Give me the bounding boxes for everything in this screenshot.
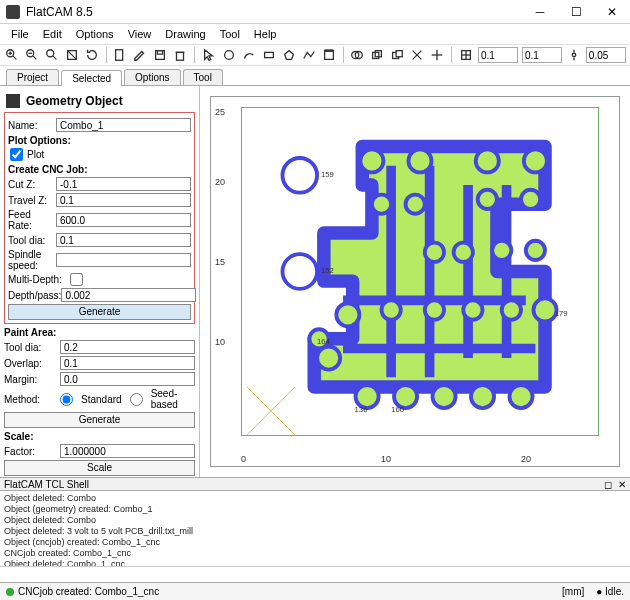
scale-button[interactable]: Scale: [4, 460, 195, 476]
menu-view[interactable]: View: [121, 26, 159, 42]
zoom-fit-icon[interactable]: [44, 47, 60, 63]
cutz-input[interactable]: [56, 177, 191, 191]
replot-icon[interactable]: [84, 47, 100, 63]
factor-input[interactable]: [60, 444, 195, 458]
svg-line-8: [53, 56, 57, 60]
tab-project[interactable]: Project: [6, 69, 59, 85]
grid-x-input[interactable]: [478, 47, 518, 63]
clear-plot-icon[interactable]: [64, 47, 80, 63]
tab-selected[interactable]: Selected: [61, 70, 122, 86]
zoom-out-icon[interactable]: [24, 47, 40, 63]
svg-rect-28: [396, 51, 402, 57]
generate-cnc-button[interactable]: Generate: [8, 304, 191, 320]
svg-rect-14: [158, 51, 163, 55]
svg-text:159: 159: [321, 170, 334, 179]
path-icon[interactable]: [301, 47, 317, 63]
delete-icon[interactable]: [172, 47, 188, 63]
tab-options[interactable]: Options: [124, 69, 180, 85]
menu-file[interactable]: File: [4, 26, 36, 42]
app-icon: [6, 5, 20, 19]
save-geometry-icon[interactable]: [152, 47, 168, 63]
text-icon[interactable]: [321, 47, 337, 63]
svg-text:164: 164: [317, 337, 331, 346]
overlap-input[interactable]: [60, 356, 195, 370]
subtract-icon[interactable]: [389, 47, 405, 63]
svg-point-42: [408, 149, 431, 172]
method-standard-radio[interactable]: [60, 393, 73, 406]
window-title: FlatCAM 8.5: [26, 5, 522, 19]
shell-input[interactable]: [0, 567, 630, 582]
svg-rect-11: [116, 50, 123, 61]
svg-point-56: [463, 300, 482, 319]
svg-marker-20: [284, 51, 293, 60]
svg-point-55: [425, 300, 444, 319]
shell-undock-icon[interactable]: ◻: [604, 479, 612, 490]
feedrate-input[interactable]: [56, 213, 191, 227]
plot-canvas[interactable]: 25 20 15 10 0 10 20: [200, 86, 630, 477]
tooldia-input[interactable]: [56, 233, 191, 247]
travelz-input[interactable]: [56, 193, 191, 207]
shell-line: Object deleted: Combo_1_cnc: [4, 559, 626, 566]
close-button[interactable]: ✕: [594, 0, 630, 24]
zoom-in-icon[interactable]: [4, 47, 20, 63]
svg-point-48: [521, 190, 540, 209]
new-geometry-icon[interactable]: [113, 47, 129, 63]
shell-title: FlatCAM TCL Shell: [4, 479, 89, 490]
circle-icon[interactable]: [221, 47, 237, 63]
move-icon[interactable]: [429, 47, 445, 63]
union-icon[interactable]: [350, 47, 366, 63]
snap-dist-input[interactable]: [586, 47, 626, 63]
cut-path-icon[interactable]: [409, 47, 425, 63]
minimize-button[interactable]: ─: [522, 0, 558, 24]
maximize-button[interactable]: ☐: [558, 0, 594, 24]
menubar: File Edit Options View Drawing Tool Help: [0, 24, 630, 44]
svg-point-36: [572, 53, 576, 57]
svg-rect-19: [264, 52, 273, 57]
svg-point-39: [282, 158, 317, 193]
snap-icon[interactable]: [566, 47, 582, 63]
generate-paint-button[interactable]: Generate: [4, 412, 195, 428]
panel-title: Geometry Object: [26, 94, 123, 108]
svg-point-57: [502, 300, 521, 319]
rectangle-icon[interactable]: [261, 47, 277, 63]
method-seed-radio[interactable]: [130, 393, 143, 406]
svg-point-64: [509, 385, 532, 408]
multidepth-checkbox[interactable]: [70, 273, 83, 286]
edit-geometry-icon[interactable]: [132, 47, 148, 63]
geometry-icon: [6, 94, 20, 108]
scale-label: Scale:: [4, 431, 195, 442]
arc-icon[interactable]: [241, 47, 257, 63]
menu-options[interactable]: Options: [69, 26, 121, 42]
tab-tool[interactable]: Tool: [183, 69, 223, 85]
shell-line: CNCjob created: Combo_1_cnc: [4, 548, 626, 559]
grid-icon[interactable]: [458, 47, 474, 63]
polygon-icon[interactable]: [281, 47, 297, 63]
spindle-input[interactable]: [56, 253, 191, 267]
status-idle: Idle.: [605, 586, 624, 597]
svg-text:136: 136: [355, 405, 368, 414]
shell-line: Object deleted: Combo: [4, 493, 626, 504]
svg-point-49: [425, 243, 444, 262]
paint-tooldia-input[interactable]: [60, 340, 195, 354]
svg-point-43: [476, 149, 499, 172]
svg-point-45: [372, 195, 391, 214]
menu-drawing[interactable]: Drawing: [158, 26, 212, 42]
grid-y-input[interactable]: [522, 47, 562, 63]
shell-line: Object deleted: 3 volt to 5 volt PCB_dri…: [4, 526, 626, 537]
properties-panel: Geometry Object Name: Plot Options: Plot…: [0, 86, 200, 477]
plot-checkbox[interactable]: [10, 148, 23, 161]
menu-tool[interactable]: Tool: [213, 26, 247, 42]
shell-close-icon[interactable]: ✕: [618, 479, 626, 490]
svg-point-44: [524, 149, 547, 172]
intersection-icon[interactable]: [369, 47, 385, 63]
svg-point-52: [526, 241, 545, 260]
menu-help[interactable]: Help: [247, 26, 284, 42]
name-input[interactable]: [56, 118, 191, 132]
create-cnc-label: Create CNC Job:: [8, 164, 191, 175]
depthpass-input[interactable]: [61, 288, 196, 302]
margin-input[interactable]: [60, 372, 195, 386]
pcb-view: 159152 164136 179160: [241, 107, 599, 436]
svg-marker-12: [135, 52, 144, 61]
select-icon[interactable]: [201, 47, 217, 63]
menu-edit[interactable]: Edit: [36, 26, 69, 42]
